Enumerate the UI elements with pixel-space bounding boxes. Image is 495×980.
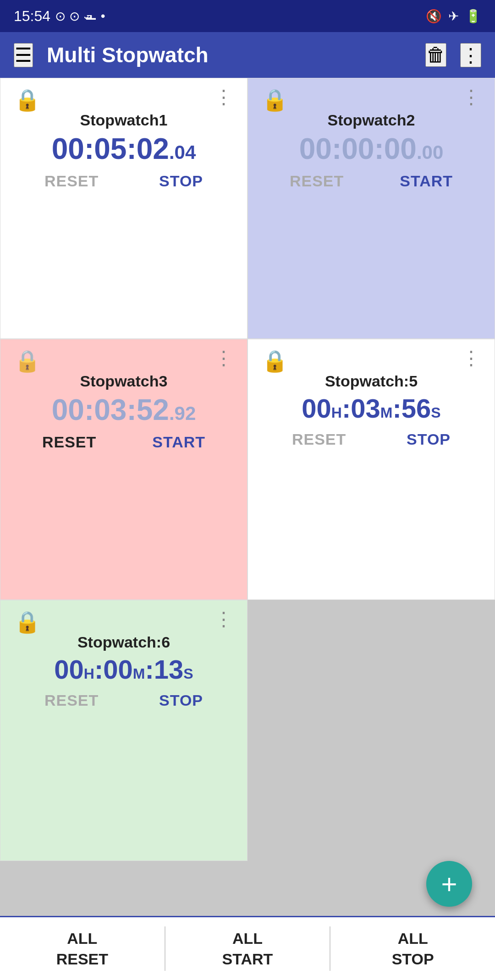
- all-stop-button[interactable]: ALLSTOP: [330, 917, 495, 980]
- sw2-time: 00:00:00.00: [262, 133, 481, 165]
- sw2-reset-button[interactable]: RESET: [290, 172, 344, 190]
- menu-button[interactable]: ☰: [14, 43, 33, 67]
- sw3-header: 🔒 ⋮: [14, 348, 233, 373]
- sw5-more-icon[interactable]: ⋮: [462, 348, 481, 368]
- dot-icon: •: [101, 9, 105, 23]
- sw6-lock-icon[interactable]: 🔒: [14, 610, 40, 634]
- sw2-more-icon[interactable]: ⋮: [462, 87, 481, 107]
- sw3-time-sub: .92: [169, 403, 196, 424]
- sw5-header: 🔒 ⋮: [262, 348, 481, 373]
- sw3-reset-button[interactable]: RESET: [42, 433, 96, 451]
- sw2-name: Stopwatch2: [262, 111, 481, 129]
- sw1-time-sub: .04: [169, 142, 196, 163]
- sw3-lock-icon[interactable]: 🔒: [14, 348, 40, 373]
- sw6-time-h: 00: [54, 654, 84, 684]
- sw3-time: 00:03:52.92: [14, 394, 233, 426]
- sw5-buttons: RESET STOP: [262, 430, 481, 448]
- sw3-buttons: RESET START: [14, 433, 233, 451]
- sw2-lock-icon[interactable]: 🔒: [262, 87, 288, 112]
- sw1-buttons: RESET STOP: [14, 172, 233, 190]
- battery-icon: 🔋: [465, 9, 481, 24]
- sw5-m-label: M: [380, 404, 393, 421]
- airplane-icon: ✈: [448, 9, 459, 24]
- sw6-s-label: S: [183, 665, 193, 682]
- stopwatch-grid: 🔒 ⋮ Stopwatch1 00:05:02.04 RESET STOP 🔒 …: [0, 78, 495, 861]
- sw6-time-m: 00: [103, 654, 133, 684]
- all-start-button[interactable]: ALLSTART: [165, 917, 330, 980]
- sw1-header: 🔒 ⋮: [14, 87, 233, 112]
- delete-button[interactable]: 🗑: [425, 43, 446, 67]
- sw1-more-icon[interactable]: ⋮: [214, 87, 233, 107]
- sw2-time-main: 00:00:00: [299, 132, 417, 165]
- stopwatch-card-sw2: 🔒 ⋮ Stopwatch2 00:00:00.00 RESET START: [248, 78, 495, 339]
- sw6-time: 00H:00M:13S: [14, 655, 233, 684]
- fab-area: +: [0, 861, 495, 916]
- add-stopwatch-fab[interactable]: +: [426, 861, 472, 907]
- app-bar: ☰ Multi Stopwatch 🗑 ⋮: [0, 32, 495, 78]
- status-left: 15:54 ⊙ ⊙ 🛥 •: [14, 8, 105, 25]
- sw5-s-label: S: [431, 404, 440, 421]
- sw1-time: 00:05:02.04: [14, 133, 233, 165]
- sw6-header: 🔒 ⋮: [14, 610, 233, 634]
- sw2-time-sub: .00: [417, 142, 443, 163]
- sw6-buttons: RESET STOP: [14, 691, 233, 709]
- sw1-name: Stopwatch1: [14, 111, 233, 129]
- sw5-reset-button[interactable]: RESET: [292, 430, 346, 448]
- app-title: Multi Stopwatch: [47, 43, 412, 67]
- sw2-header: 🔒 ⋮: [262, 87, 481, 112]
- stopwatch-card-sw1: 🔒 ⋮ Stopwatch1 00:05:02.04 RESET STOP: [0, 78, 248, 339]
- sw1-lock-icon[interactable]: 🔒: [14, 87, 40, 112]
- sw5-time-h: 00: [302, 393, 331, 423]
- bottom-bar: ALLRESET ALLSTART ALLSTOP: [0, 916, 495, 980]
- status-bar: 15:54 ⊙ ⊙ 🛥 • 🔇 ✈ 🔋: [0, 0, 495, 32]
- status-icons: ⊙ ⊙ 🛥: [55, 9, 96, 24]
- sw5-time-s: 56: [402, 393, 431, 423]
- stopwatch-card-sw6: 🔒 ⋮ Stopwatch:6 00H:00M:13S RESET STOP: [0, 600, 248, 861]
- all-reset-button[interactable]: ALLRESET: [0, 917, 165, 980]
- sw5-h-label: H: [331, 404, 342, 421]
- sw5-name: Stopwatch:5: [262, 372, 481, 390]
- sw5-time-m: 03: [351, 393, 380, 423]
- sw6-reset-button[interactable]: RESET: [44, 691, 99, 709]
- sw3-time-main: 00:03:52: [52, 393, 169, 426]
- sw6-name: Stopwatch:6: [14, 633, 233, 651]
- stopwatch-card-sw5: 🔒 ⋮ Stopwatch:5 00H:03M:56S RESET STOP: [248, 339, 495, 600]
- status-time: 15:54: [14, 8, 50, 25]
- sw2-start-button[interactable]: START: [400, 172, 453, 190]
- sw1-time-main: 00:05:02: [52, 132, 169, 165]
- sw6-more-icon[interactable]: ⋮: [214, 610, 233, 629]
- sw1-reset-button[interactable]: RESET: [44, 172, 99, 190]
- sw6-m-label: M: [133, 665, 145, 682]
- more-options-button[interactable]: ⋮: [460, 43, 481, 67]
- sw3-more-icon[interactable]: ⋮: [214, 348, 233, 368]
- sw5-lock-icon[interactable]: 🔒: [262, 348, 288, 373]
- stopwatch-card-sw3: 🔒 ⋮ Stopwatch3 00:03:52.92 RESET START: [0, 339, 248, 600]
- sw2-buttons: RESET START: [262, 172, 481, 190]
- status-right: 🔇 ✈ 🔋: [426, 9, 481, 24]
- sw6-h-label: H: [84, 665, 94, 682]
- sw6-stop-button[interactable]: STOP: [159, 691, 203, 709]
- grid-spacer: [248, 600, 495, 861]
- sw5-time: 00H:03M:56S: [262, 394, 481, 423]
- mute-icon: 🔇: [426, 9, 442, 24]
- sw6-time-s: 13: [154, 654, 184, 684]
- sw1-stop-button[interactable]: STOP: [159, 172, 203, 190]
- sw3-start-button[interactable]: START: [152, 433, 205, 451]
- sw3-name: Stopwatch3: [14, 372, 233, 390]
- sw5-stop-button[interactable]: STOP: [407, 430, 451, 448]
